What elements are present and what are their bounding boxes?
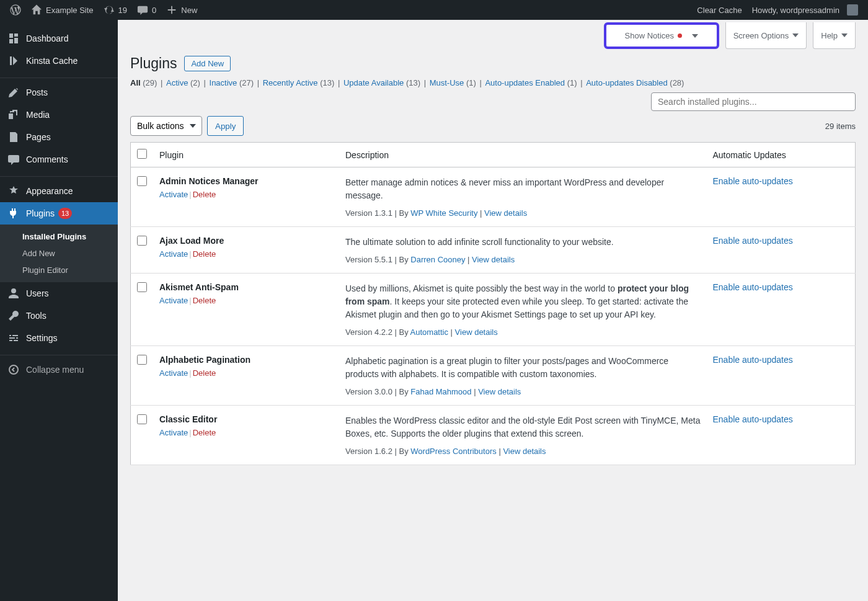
enable-auto-updates-link[interactable]: Enable auto-updates	[713, 236, 793, 246]
plugin-author-link[interactable]: WP White Security	[410, 208, 477, 218]
filter-all[interactable]: All (29)	[130, 78, 157, 87]
clear-cache[interactable]: Clear Cache	[692, 0, 746, 20]
filter-mustuse[interactable]: Must-Use (1)	[430, 78, 476, 87]
select-all-checkbox[interactable]	[137, 149, 147, 159]
view-details-link[interactable]: View details	[472, 255, 515, 264]
table-row: Admin Notices Manager Activate|Delete Be…	[131, 167, 856, 227]
enable-auto-updates-link[interactable]: Enable auto-updates	[713, 414, 793, 424]
svg-point-0	[9, 365, 18, 374]
menu-plugins[interactable]: Plugins13	[0, 202, 118, 225]
my-account[interactable]: Howdy, wordpressadmin	[747, 0, 863, 20]
filter-active[interactable]: Active (2)	[166, 78, 200, 87]
plugin-author-link[interactable]: Automattic	[410, 327, 448, 337]
plugins-table: Plugin Description Automatic Updates Adm…	[130, 142, 856, 465]
updates[interactable]: 19	[99, 0, 132, 20]
activate-link[interactable]: Activate	[159, 296, 188, 305]
search-input[interactable]	[651, 92, 856, 111]
plugins-badge: 13	[58, 208, 72, 219]
menu-appearance[interactable]: Appearance	[0, 180, 118, 202]
menu-tools[interactable]: Tools	[0, 305, 118, 327]
menu-media[interactable]: Media	[0, 104, 118, 126]
plugin-name: Akismet Anti-Spam	[159, 282, 333, 292]
plugin-version: Version 3.0.0	[345, 387, 392, 396]
delete-link[interactable]: Delete	[193, 190, 216, 199]
collapse-menu[interactable]: Collapse menu	[0, 358, 118, 381]
admin-bar: Example Site 19 0 New Clear Cache Howdy,…	[0, 0, 868, 20]
enable-auto-updates-link[interactable]: Enable auto-updates	[713, 355, 793, 365]
new-content[interactable]: New	[161, 0, 202, 20]
menu-comments[interactable]: Comments	[0, 148, 118, 171]
screen-options-tab[interactable]: Screen Options	[725, 22, 807, 49]
plugin-name: Admin Notices Manager	[159, 176, 333, 186]
plugin-name: Ajax Load More	[159, 236, 333, 246]
table-row: Ajax Load More Activate|Delete The ultim…	[131, 227, 856, 274]
submenu-editor[interactable]: Plugin Editor	[0, 262, 118, 278]
activate-link[interactable]: Activate	[159, 368, 188, 378]
item-count: 29 items	[825, 122, 856, 131]
help-tab[interactable]: Help	[813, 22, 856, 49]
row-checkbox[interactable]	[137, 414, 147, 424]
activate-link[interactable]: Activate	[159, 428, 188, 437]
page-title: Plugins	[130, 55, 177, 72]
table-row: Classic Editor Activate|Delete Enables t…	[131, 406, 856, 465]
plus-icon	[166, 4, 177, 16]
menu-pages[interactable]: Pages	[0, 126, 118, 148]
menu-users[interactable]: Users	[0, 282, 118, 305]
avatar	[847, 4, 858, 16]
add-new-button[interactable]: Add New	[184, 56, 231, 71]
filter-auto-enabled[interactable]: Auto-updates Enabled (1)	[485, 78, 577, 87]
plugins-submenu: Installed Plugins Add New Plugin Editor	[0, 225, 118, 282]
plugin-author-link[interactable]: WordPress Contributors	[410, 447, 496, 456]
home-icon	[31, 4, 42, 16]
table-row: Akismet Anti-Spam Activate|Delete Used b…	[131, 274, 856, 346]
activate-link[interactable]: Activate	[159, 190, 188, 199]
plugin-version: Version 1.3.1	[345, 208, 392, 218]
submenu-installed[interactable]: Installed Plugins	[0, 228, 118, 245]
comment-icon	[137, 4, 148, 16]
apply-button[interactable]: Apply	[207, 116, 244, 136]
row-checkbox[interactable]	[137, 176, 147, 186]
notice-dot-icon	[678, 33, 682, 38]
delete-link[interactable]: Delete	[193, 368, 216, 378]
delete-link[interactable]: Delete	[193, 296, 216, 305]
admin-sidebar: Dashboard Kinsta Cache Posts Media Pages…	[0, 20, 118, 465]
filter-links: All (29) | Active (2) | Inactive (27) | …	[118, 78, 868, 92]
menu-dashboard[interactable]: Dashboard	[0, 27, 118, 50]
plugin-author-link[interactable]: Fahad Mahmood	[410, 387, 471, 396]
filter-auto-disabled[interactable]: Auto-updates Disabled (28)	[586, 78, 684, 87]
delete-link[interactable]: Delete	[193, 428, 216, 437]
chevron-down-icon	[841, 33, 848, 37]
view-details-link[interactable]: View details	[455, 327, 498, 337]
plugin-version: Version 1.6.2	[345, 447, 392, 456]
filter-update[interactable]: Update Available (13)	[343, 78, 420, 87]
view-details-link[interactable]: View details	[484, 208, 527, 218]
table-row: Alphabetic Pagination Activate|Delete Al…	[131, 346, 856, 406]
submenu-addnew[interactable]: Add New	[0, 245, 118, 262]
view-details-link[interactable]: View details	[503, 447, 546, 456]
row-checkbox[interactable]	[137, 355, 147, 365]
plugin-author-link[interactable]: Darren Cooney	[410, 255, 465, 264]
enable-auto-updates-link[interactable]: Enable auto-updates	[713, 176, 793, 186]
chevron-down-icon	[692, 34, 698, 38]
view-details-link[interactable]: View details	[478, 387, 521, 396]
menu-settings[interactable]: Settings	[0, 327, 118, 349]
enable-auto-updates-link[interactable]: Enable auto-updates	[713, 282, 793, 292]
menu-posts[interactable]: Posts	[0, 81, 118, 104]
col-description: Description	[339, 143, 707, 167]
bulk-actions-select[interactable]: Bulk actions	[130, 116, 202, 136]
comments[interactable]: 0	[132, 0, 161, 20]
filter-inactive[interactable]: Inactive (27)	[210, 78, 254, 87]
site-name[interactable]: Example Site	[26, 0, 99, 20]
menu-kinsta[interactable]: Kinsta Cache	[0, 50, 118, 72]
row-checkbox[interactable]	[137, 236, 147, 246]
delete-link[interactable]: Delete	[193, 249, 216, 259]
wp-logo[interactable]	[5, 0, 26, 20]
filter-recent[interactable]: Recently Active (13)	[263, 78, 335, 87]
activate-link[interactable]: Activate	[159, 249, 188, 259]
plugin-name: Alphabetic Pagination	[159, 355, 333, 365]
row-checkbox[interactable]	[137, 282, 147, 292]
main-content: Show Notices Screen Options Help Plugins…	[118, 20, 868, 465]
show-notices-tab[interactable]: Show Notices	[604, 22, 719, 49]
col-plugin: Plugin	[153, 143, 339, 167]
plugin-version: Version 4.2.2	[345, 327, 392, 337]
